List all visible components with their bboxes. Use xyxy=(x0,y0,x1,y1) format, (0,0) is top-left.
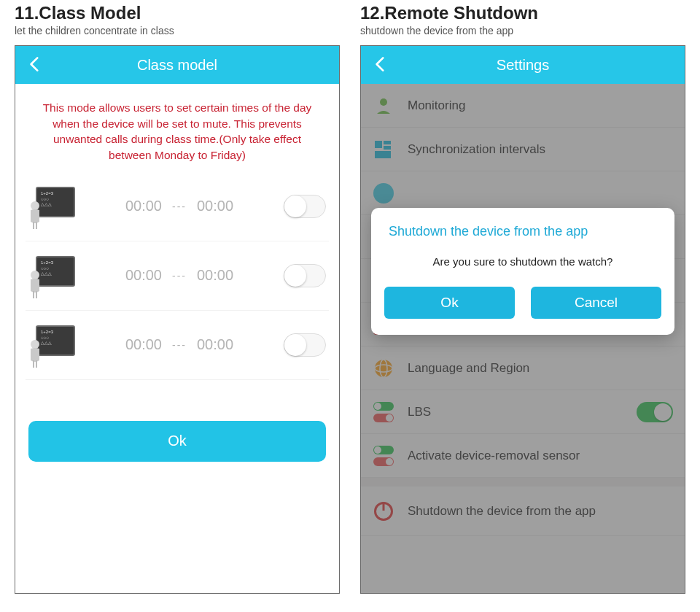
section-12-subtitle: shutdown the device from the app xyxy=(360,25,685,36)
time-slot-row: 00:00 --- 00:00 xyxy=(26,172,329,241)
app-title: Settings xyxy=(497,57,549,74)
section-11-title: 11.Class Model xyxy=(15,3,340,23)
back-arrow-icon[interactable] xyxy=(26,55,46,75)
svg-point-3 xyxy=(31,271,39,279)
class-board-icon xyxy=(28,256,75,295)
time-from[interactable]: 00:00 xyxy=(125,198,162,214)
slot-toggle[interactable] xyxy=(284,195,326,218)
dialog-title: Shutdown the device from the app xyxy=(389,224,661,239)
time-slot-row: 00:00 --- 00:00 xyxy=(26,241,329,311)
back-arrow-icon[interactable] xyxy=(371,55,392,75)
ok-button[interactable]: Ok xyxy=(28,421,326,462)
separator-icon: --- xyxy=(172,339,187,351)
separator-icon: --- xyxy=(172,201,187,212)
app-bar: Class model xyxy=(15,46,339,84)
slot-toggle[interactable] xyxy=(284,333,326,357)
modal-overlay xyxy=(361,84,685,593)
svg-rect-5 xyxy=(36,291,37,298)
app-bar: Settings xyxy=(361,46,685,84)
phone-settings: Settings Monitoring Synchronization inte… xyxy=(360,45,685,594)
svg-point-6 xyxy=(31,340,39,349)
time-from[interactable]: 00:00 xyxy=(125,267,162,284)
svg-rect-8 xyxy=(36,360,37,368)
app-title: Class model xyxy=(137,57,217,74)
dialog-cancel-button[interactable]: Cancel xyxy=(531,287,661,319)
class-board-icon xyxy=(28,187,75,226)
svg-rect-7 xyxy=(33,360,34,368)
dialog-ok-button[interactable]: Ok xyxy=(384,287,515,319)
phone-class-model: Class model This mode allows users to se… xyxy=(15,45,340,594)
svg-rect-1 xyxy=(33,222,34,229)
separator-icon: --- xyxy=(172,270,187,282)
slot-toggle[interactable] xyxy=(284,264,326,287)
time-slot-row: 00:00 --- 00:00 xyxy=(26,311,329,380)
time-to[interactable]: 00:00 xyxy=(197,336,233,353)
time-to[interactable]: 00:00 xyxy=(197,198,233,214)
svg-rect-4 xyxy=(33,291,34,298)
section-12-title: 12.Remote Shutdown xyxy=(360,3,685,23)
time-from[interactable]: 00:00 xyxy=(125,336,162,353)
dialog-message: Are you sure to shutdown the watch? xyxy=(384,255,661,268)
svg-point-0 xyxy=(31,201,39,210)
mode-description: This mode allows users to set certain ti… xyxy=(15,84,339,172)
time-to[interactable]: 00:00 xyxy=(197,267,233,284)
shutdown-dialog: Shutdown the device from the app Are you… xyxy=(371,208,674,335)
section-11-subtitle: let the children concentrate in class xyxy=(15,25,340,36)
class-board-icon xyxy=(28,325,75,365)
svg-rect-2 xyxy=(36,222,37,229)
